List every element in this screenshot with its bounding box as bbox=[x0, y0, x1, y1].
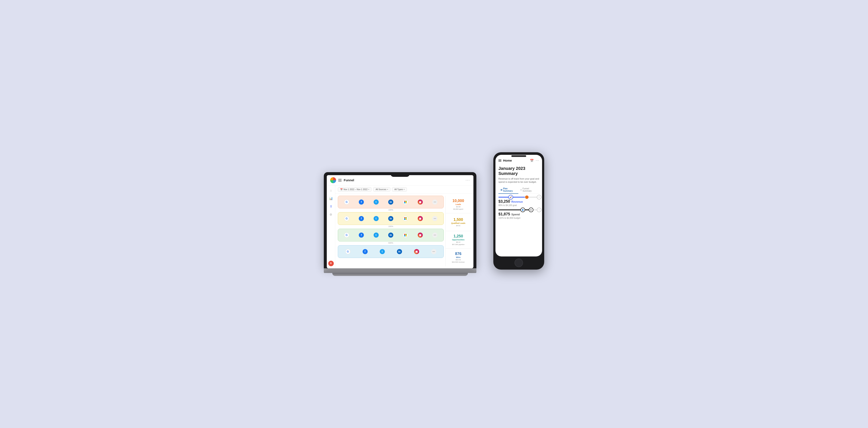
funnel-cell-instagram[interactable]: ▣ bbox=[408, 247, 425, 256]
funnel-row-leads-wrapper: G f t bbox=[338, 196, 444, 211]
filter-bar: 📅 Nov 1 2022 – Nov 1 2022 ▾ All Sources … bbox=[335, 186, 473, 194]
scene: Funnel ··· ⌂ 📊 ⊽ ⚙ R bbox=[296, 152, 572, 276]
sidebar-item-funnel[interactable]: ⊽ bbox=[328, 204, 334, 209]
spend-slider-thumb-mid[interactable]: ⊞ bbox=[529, 207, 533, 212]
phone-calendar-icon[interactable]: 📅 bbox=[530, 159, 534, 162]
qualified-label: Qualified Leads bbox=[451, 222, 465, 224]
funnel-cell-instagram[interactable]: ▣ bbox=[413, 230, 427, 240]
sidebar: ⌂ 📊 ⊽ ⚙ R bbox=[327, 186, 335, 268]
funnel-pct-3: 600% bbox=[338, 242, 444, 244]
spend-metric: 👤 ⊞ ◇ $1,875 Spend 132% to $2,800 budget bbox=[498, 209, 539, 219]
qualified-detail1: $4.51 bbox=[456, 225, 460, 227]
funnel-rows: G f t bbox=[338, 196, 444, 266]
funnel-cell-linkedin[interactable]: in bbox=[384, 197, 398, 207]
funnel-cell-twitter[interactable]: t bbox=[369, 214, 383, 223]
funnel-cell-google[interactable]: G bbox=[340, 230, 353, 240]
leads-detail2: $3,600 spent bbox=[453, 208, 463, 210]
funnel-cell-facebook[interactable]: f bbox=[357, 247, 373, 256]
microsoft-icon bbox=[403, 199, 408, 205]
phone-home-button[interactable] bbox=[515, 259, 523, 267]
wins-number: 876 bbox=[455, 252, 461, 256]
funnel-cell-more[interactable]: ··· bbox=[426, 247, 442, 256]
date-filter[interactable]: 📅 Nov 1 2022 – Nov 1 2022 ▾ bbox=[338, 187, 371, 192]
funnel-cell-google[interactable]: G bbox=[340, 197, 353, 207]
laptop-screen: Funnel ··· ⌂ 📊 ⊽ ⚙ R bbox=[327, 175, 473, 268]
phone-notch bbox=[512, 155, 526, 157]
facebook-icon: f bbox=[359, 199, 364, 205]
header-dots-menu[interactable]: ··· bbox=[466, 178, 470, 182]
chevron-down-icon: ▾ bbox=[404, 189, 405, 190]
linkedin-icon: in bbox=[397, 249, 402, 254]
revenue-label: Revenue bbox=[512, 200, 523, 203]
hamburger-icon[interactable] bbox=[338, 179, 342, 182]
funnel-cell-linkedin[interactable]: in bbox=[391, 247, 407, 256]
types-filter-label: All Types bbox=[394, 188, 403, 191]
phone-device: Home 📅 ··· January 2023 Summary Revenue … bbox=[493, 152, 544, 270]
app-body: ⌂ 📊 ⊽ ⚙ R � bbox=[327, 186, 473, 268]
sidebar-item-home[interactable]: ⌂ bbox=[328, 188, 334, 193]
funnel-cell-microsoft[interactable] bbox=[399, 230, 412, 240]
tab-funnel-summary[interactable]: ≡ Funnel Summary bbox=[518, 186, 539, 194]
linkedin-icon: in bbox=[388, 199, 393, 205]
spend-slider-thumb-left[interactable]: 👤 bbox=[521, 207, 525, 212]
funnel-section: 📅 Nov 1 2022 – Nov 1 2022 ▾ All Sources … bbox=[335, 186, 473, 268]
funnel-cell-microsoft[interactable] bbox=[399, 197, 412, 207]
phone-dots-menu[interactable]: ··· bbox=[536, 159, 539, 162]
google-icon: G bbox=[344, 199, 349, 205]
opps-detail2: $57,900 pipeline bbox=[452, 243, 465, 245]
laptop-device: Funnel ··· ⌂ 📊 ⊽ ⚙ R bbox=[324, 172, 476, 276]
funnel-cell-linkedin[interactable]: in bbox=[384, 230, 398, 240]
revenue-slider-thumb-left[interactable]: 🚀 bbox=[508, 195, 513, 199]
date-filter-label: Nov 1 2022 – Nov 1 2022 bbox=[343, 188, 368, 191]
spend-row: $1,875 Spend bbox=[498, 212, 539, 217]
wins-detail1: $10.43 bbox=[456, 259, 461, 261]
spend-sub: 132% to $2,800 budget bbox=[498, 217, 539, 219]
tab-plan-summary[interactable]: ⊞ Plan Summary bbox=[498, 186, 518, 194]
funnel-cell-more[interactable]: ··· bbox=[428, 197, 442, 207]
spend-label: Spend bbox=[512, 213, 520, 216]
funnel-row-opportunities: G f t bbox=[338, 229, 444, 241]
funnel-cell-instagram[interactable]: ▣ bbox=[413, 197, 427, 207]
revenue-value: $3,250 bbox=[498, 199, 510, 204]
funnel-cell-google[interactable]: G bbox=[340, 247, 356, 256]
funnel-cell-facebook[interactable]: f bbox=[354, 214, 368, 223]
funnel-cell-twitter[interactable]: t bbox=[374, 247, 390, 256]
phone-hamburger-icon[interactable] bbox=[498, 160, 501, 162]
types-filter[interactable]: All Types ▾ bbox=[392, 187, 407, 192]
sources-filter[interactable]: All Sources ▾ bbox=[373, 187, 390, 192]
sidebar-item-settings[interactable]: ⚙ bbox=[328, 212, 334, 217]
funnel-cell-google[interactable]: G bbox=[340, 214, 353, 223]
phone-screen: Home 📅 ··· January 2023 Summary Revenue … bbox=[495, 155, 542, 257]
sidebar-item-chart[interactable]: 📊 bbox=[328, 196, 334, 201]
funnel-cell-more[interactable]: ··· bbox=[428, 214, 442, 223]
more-icon: ··· bbox=[432, 216, 437, 221]
google-icon: G bbox=[345, 249, 350, 254]
funnel-cell-more[interactable]: ··· bbox=[428, 230, 442, 240]
spend-slider-thumb-right[interactable]: ◇ bbox=[537, 207, 541, 212]
leads-detail1: $3.59 bbox=[456, 206, 460, 208]
phone-header-left: Home bbox=[498, 159, 512, 162]
user-avatar[interactable]: R bbox=[328, 261, 334, 266]
funnel-row-qualified-wrapper: G f t bbox=[338, 212, 444, 227]
revenue-slider-thumb-right[interactable]: ✦ bbox=[537, 195, 541, 199]
funnel-cell-linkedin[interactable]: in bbox=[384, 214, 398, 223]
spend-slider-track[interactable]: 👤 ⊞ ◇ bbox=[498, 209, 539, 210]
funnel-cell-microsoft[interactable] bbox=[399, 214, 412, 223]
funnel-pct-2: 100% bbox=[338, 225, 444, 227]
laptop-bezel: Funnel ··· ⌂ 📊 ⊽ ⚙ R bbox=[324, 172, 476, 268]
phone-content: January 2023 Summary Revenue is off trac… bbox=[495, 164, 542, 257]
spend-slider-fill bbox=[498, 209, 532, 210]
funnel-cell-twitter[interactable]: t bbox=[369, 230, 383, 240]
funnel-tab-icon: ≡ bbox=[521, 189, 522, 191]
content-area: 📅 Nov 1 2022 – Nov 1 2022 ▾ All Sources … bbox=[335, 186, 473, 268]
funnel-cell-twitter[interactable]: t bbox=[369, 197, 383, 207]
leads-label: Leads bbox=[456, 203, 461, 205]
opps-detail1: $6.22 bbox=[456, 241, 460, 243]
sources-filter-label: All Sources bbox=[375, 188, 386, 191]
more-icon: ··· bbox=[432, 233, 437, 238]
funnel-pct-1: 100% bbox=[338, 209, 444, 211]
funnel-cell-instagram[interactable]: ▣ bbox=[413, 214, 427, 223]
funnel-cell-facebook[interactable]: f bbox=[354, 230, 368, 240]
funnel-cell-facebook[interactable]: f bbox=[354, 197, 368, 207]
revenue-slider-track[interactable]: 🚀 ✦ bbox=[498, 197, 539, 198]
